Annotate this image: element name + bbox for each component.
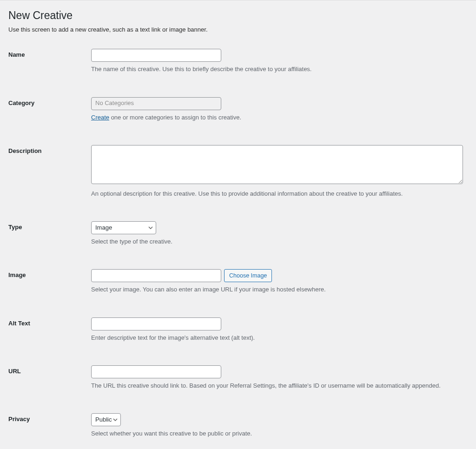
help-name: The name of this creative. Use this to b… xyxy=(91,65,468,73)
help-category-suffix: one or more categories to assign to this… xyxy=(109,114,241,121)
category-input-disabled: No Categories xyxy=(91,97,221,110)
label-name: Name xyxy=(8,49,91,59)
row-description: Description An optional description for … xyxy=(8,139,468,204)
row-category: Category No Categories Create one or mor… xyxy=(8,92,468,127)
help-type: Select the type of the creative. xyxy=(91,238,468,246)
field-type: Image Select the type of the creative. xyxy=(91,221,468,246)
label-alttext: Alt Text xyxy=(8,317,91,328)
url-input[interactable] xyxy=(91,365,221,378)
privacy-select-value: Public xyxy=(95,416,112,424)
choose-image-button[interactable]: Choose Image xyxy=(224,269,272,282)
label-category: Category xyxy=(8,97,91,107)
image-url-input[interactable] xyxy=(91,269,221,282)
help-description: An optional description for this creativ… xyxy=(91,190,468,198)
page-wrap: New Creative Use this screen to add a ne… xyxy=(0,0,476,449)
label-image: Image xyxy=(8,269,91,279)
privacy-select[interactable]: Public xyxy=(91,413,121,426)
create-category-link[interactable]: Create xyxy=(91,114,109,121)
field-category: No Categories Create one or more categor… xyxy=(91,97,468,122)
field-image: Choose Image Select your image. You can … xyxy=(91,269,468,294)
field-privacy: Public Select whether you want this crea… xyxy=(91,413,468,438)
label-description: Description xyxy=(8,145,91,155)
row-type: Type Image Select the type of the creati… xyxy=(8,216,468,251)
row-privacy: Privacy Public Select whether you want t… xyxy=(8,408,468,443)
row-image: Image Choose Image Select your image. Yo… xyxy=(8,264,468,299)
chevron-down-icon xyxy=(148,225,153,230)
field-description: An optional description for this creativ… xyxy=(91,145,468,198)
help-category: Create one or more categories to assign … xyxy=(91,113,468,122)
row-url: URL The URL this creative should link to… xyxy=(8,360,468,396)
field-alttext: Enter descriptive text for the image's a… xyxy=(91,317,468,342)
description-textarea[interactable] xyxy=(91,145,463,184)
page-subtitle: Use this screen to add a new creative, s… xyxy=(8,26,468,34)
type-select[interactable]: Image xyxy=(91,221,156,234)
chevron-down-icon xyxy=(113,417,118,422)
label-type: Type xyxy=(8,221,91,231)
image-input-group: Choose Image xyxy=(91,269,468,282)
label-url: URL xyxy=(8,365,91,376)
name-input[interactable] xyxy=(91,49,221,62)
row-name: Name The name of this creative. Use this… xyxy=(8,43,468,79)
page-title: New Creative xyxy=(8,8,468,23)
row-alttext: Alt Text Enter descriptive text for the … xyxy=(8,312,468,348)
help-privacy: Select whether you want this creative to… xyxy=(91,429,468,438)
help-url: The URL this creative should link to. Ba… xyxy=(91,382,468,390)
label-privacy: Privacy xyxy=(8,413,91,423)
type-select-value: Image xyxy=(95,224,112,232)
alttext-input[interactable] xyxy=(91,317,221,330)
field-url: The URL this creative should link to. Ba… xyxy=(91,365,468,390)
help-image: Select your image. You can also enter an… xyxy=(91,285,468,294)
field-name: The name of this creative. Use this to b… xyxy=(91,49,468,73)
help-alttext: Enter descriptive text for the image's a… xyxy=(91,334,468,342)
